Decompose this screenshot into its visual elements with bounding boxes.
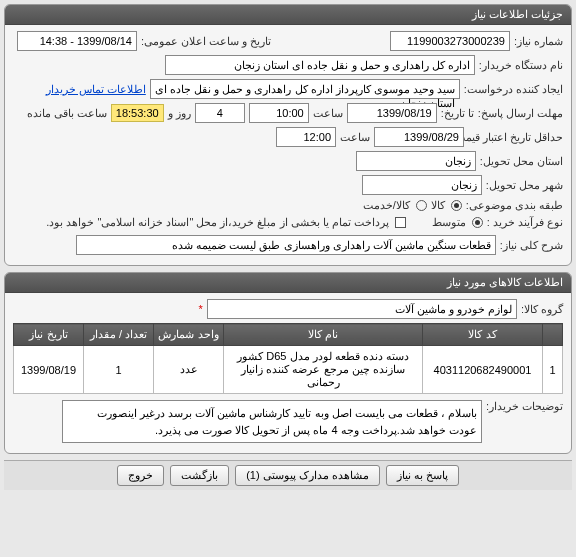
reply-time-field: 10:00 bbox=[249, 103, 309, 123]
creator-field: سید وحید موسوی کارپرداز اداره کل راهداری… bbox=[150, 79, 460, 99]
need-no-field: 1199003273000239 bbox=[390, 31, 510, 51]
delivery-city-label: شهر محل تحویل: bbox=[486, 179, 563, 192]
radio-service[interactable] bbox=[416, 200, 427, 211]
creator-label: ایجاد کننده درخواست: bbox=[464, 83, 563, 96]
cell-code: 4031120682490001 bbox=[423, 346, 543, 394]
buyer-notes-box: باسلام ، قطعات می بایست اصل وبه تایید کا… bbox=[62, 400, 482, 443]
time-remaining-label: ساعت باقی مانده bbox=[27, 107, 107, 120]
budget-service-group: کالا/خدمت bbox=[363, 199, 427, 212]
buyer-org-label: نام دستگاه خریدار: bbox=[479, 59, 563, 72]
process-medium-group: متوسط bbox=[432, 216, 483, 229]
buyer-org-field: اداره کل راهداری و حمل و نقل جاده ای است… bbox=[165, 55, 475, 75]
need-no-label: شماره نیاز: bbox=[514, 35, 563, 48]
reply-date-field: 1399/08/19 bbox=[347, 103, 437, 123]
panel-header-goods: اطلاعات کالاهای مورد نیاز bbox=[5, 273, 571, 293]
panel-header-details: جزئیات اطلاعات نیاز bbox=[5, 5, 571, 25]
col-name: نام کالا bbox=[224, 324, 423, 346]
cell-qty: 1 bbox=[84, 346, 154, 394]
valid-date-field: 1399/08/29 bbox=[374, 127, 464, 147]
need-details-panel: جزئیات اطلاعات نیاز شماره نیاز: 11990032… bbox=[4, 4, 572, 266]
days-remaining-field: 4 bbox=[195, 103, 245, 123]
time-remaining-highlight: 18:53:30 bbox=[111, 104, 164, 122]
radio-medium[interactable] bbox=[472, 217, 483, 228]
valid-time-label: ساعت bbox=[340, 131, 370, 144]
radio-medium-label: متوسط bbox=[432, 216, 466, 229]
partial-pay-label: پرداخت تمام یا بخشی از مبلغ خرید،از محل … bbox=[46, 216, 389, 229]
goods-table: کد کالا نام کالا واحد شمارش تعداد / مقدا… bbox=[13, 323, 563, 394]
table-row[interactable]: 1 4031120682490001 دسته دنده قطعه لودر م… bbox=[14, 346, 563, 394]
valid-time-field: 12:00 bbox=[276, 127, 336, 147]
reply-until-label: تا تاریخ: bbox=[441, 107, 474, 120]
back-button[interactable]: بازگشت bbox=[170, 465, 229, 486]
summary-field: قطعات سنگین ماشین آلات راهداری وراهسازی … bbox=[76, 235, 496, 255]
reply-time-label: ساعت bbox=[313, 107, 343, 120]
delivery-city-field: زنجان bbox=[362, 175, 482, 195]
radio-kala[interactable] bbox=[451, 200, 462, 211]
announce-date-label: تاریخ و ساعت اعلان عمومی: bbox=[141, 35, 271, 48]
col-unit: واحد شمارش bbox=[154, 324, 224, 346]
footer-bar: پاسخ به نیاز مشاهده مدارک پیوستی (1) باز… bbox=[4, 460, 572, 490]
partial-pay-group: پرداخت تمام یا بخشی از مبلغ خرید،از محل … bbox=[46, 216, 406, 229]
exit-button[interactable]: خروج bbox=[117, 465, 164, 486]
cell-idx: 1 bbox=[543, 346, 563, 394]
delivery-state-label: استان محل تحویل: bbox=[480, 155, 563, 168]
checkbox-partial-pay[interactable] bbox=[395, 217, 406, 228]
days-label: روز و bbox=[168, 107, 191, 120]
view-docs-button[interactable]: مشاهده مدارک پیوستی (1) bbox=[235, 465, 380, 486]
cell-unit: عدد bbox=[154, 346, 224, 394]
group-label: گروه کالا: bbox=[521, 303, 563, 316]
col-qty: تعداد / مقدار bbox=[84, 324, 154, 346]
process-label: نوع فرآیند خرید : bbox=[487, 216, 563, 229]
asterisk-icon: * bbox=[199, 303, 203, 315]
radio-kala-label: کالا bbox=[431, 199, 445, 212]
budget-kala-group: کالا bbox=[431, 199, 462, 212]
radio-service-label: کالا/خدمت bbox=[363, 199, 410, 212]
cell-name: دسته دنده قطعه لودر مدل D65 کشور سازنده … bbox=[224, 346, 423, 394]
summary-label: شرح کلی نیاز: bbox=[500, 239, 563, 252]
col-code: کد کالا bbox=[423, 324, 543, 346]
cell-date: 1399/08/19 bbox=[14, 346, 84, 394]
goods-info-panel: اطلاعات کالاهای مورد نیاز گروه کالا: لوا… bbox=[4, 272, 572, 454]
reply-deadline-label: مهلت ارسال پاسخ: bbox=[478, 107, 563, 120]
group-field: لوازم خودرو و ماشین آلات bbox=[207, 299, 517, 319]
announce-date-field: 1399/08/14 - 14:38 bbox=[17, 31, 137, 51]
col-date: تاریخ نیاز bbox=[14, 324, 84, 346]
contact-link[interactable]: اطلاعات تماس خریدار bbox=[46, 83, 146, 96]
col-idx bbox=[543, 324, 563, 346]
buyer-notes-label: توضیحات خریدار: bbox=[486, 400, 563, 413]
valid-deadline-label: حداقل تاریخ اعتبار قیمت: تا تاریخ: bbox=[468, 131, 563, 144]
budget-label: طبقه بندی موضوعی: bbox=[466, 199, 563, 212]
delivery-state-field: زنجان bbox=[356, 151, 476, 171]
reply-button[interactable]: پاسخ به نیاز bbox=[386, 465, 459, 486]
